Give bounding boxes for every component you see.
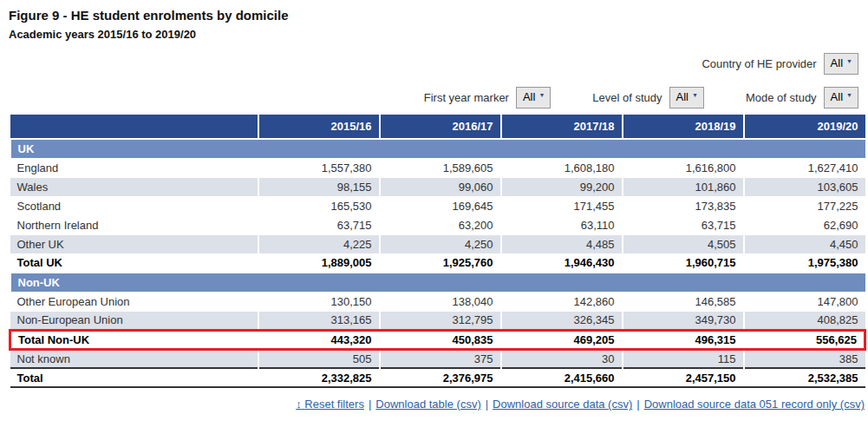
chevron-down-icon: ▼	[846, 58, 852, 64]
row-label: Scotland	[10, 196, 258, 215]
value-cell: 505	[258, 349, 380, 368]
value-cell: 147,800	[744, 292, 865, 311]
filter-row-2: First year marker All ▼ Level of study A…	[0, 86, 868, 109]
table-row: Other European Union130,150138,040142,86…	[10, 292, 865, 311]
value-cell: 556,625	[744, 330, 865, 349]
value-cell: 1,589,605	[380, 158, 501, 177]
reset-filters-label: Reset filters	[304, 398, 364, 411]
value-cell: 4,450	[744, 234, 865, 253]
row-label: Non-European Union	[10, 311, 258, 330]
page: Figure 9 - HE student enrolments by domi…	[0, 0, 868, 421]
mode-dropdown[interactable]: All ▼	[824, 87, 858, 109]
value-cell: 312,795	[380, 311, 501, 330]
table-row: Total2,332,8252,376,9752,415,6602,457,15…	[10, 368, 865, 387]
level-dropdown[interactable]: All ▼	[669, 87, 704, 109]
reset-filters-link[interactable]: ↕ Reset filters	[296, 398, 364, 411]
reset-filters-icon: ↕	[296, 398, 302, 411]
value-cell: 385	[744, 349, 865, 368]
row-label: Total UK	[10, 253, 258, 273]
value-cell: 1,627,410	[744, 158, 865, 177]
value-cell: 2,415,660	[501, 368, 623, 387]
table-row: Total Non-UK443,320450,835469,205496,315…	[10, 330, 865, 349]
table-header: 2015/16 2016/17 2017/18 2018/19 2019/20	[10, 115, 865, 139]
section-label: UK	[10, 139, 865, 158]
value-cell: 62,690	[744, 215, 865, 234]
value-cell: 375	[380, 349, 501, 368]
filter-level-of-study: Level of study All ▼	[592, 87, 704, 109]
table-row: England1,557,3801,589,6051,608,1801,616,…	[10, 158, 865, 177]
section-header-row: UK	[10, 139, 865, 158]
first-year-dropdown[interactable]: All ▼	[516, 87, 551, 109]
column-header: 2016/17	[380, 115, 501, 139]
value-cell: 138,040	[380, 292, 501, 311]
value-cell: 165,530	[258, 196, 380, 215]
value-cell: 142,860	[501, 292, 623, 311]
table-row: Wales98,15599,06099,200101,860103,605	[10, 177, 865, 196]
value-cell: 1,889,005	[258, 253, 380, 273]
value-cell: 1,975,380	[744, 253, 865, 273]
enrolments-table: 2015/16 2016/17 2017/18 2018/19 2019/20 …	[9, 115, 866, 388]
value-cell: 1,960,715	[623, 253, 744, 273]
country-dropdown[interactable]: All ▼	[824, 53, 858, 75]
value-cell: 171,455	[501, 196, 623, 215]
value-cell: 4,485	[501, 234, 623, 253]
chevron-down-icon: ▼	[692, 92, 698, 98]
value-cell: 2,376,975	[380, 368, 501, 387]
table-row: Not known50537530115385	[10, 349, 865, 368]
value-cell: 4,250	[380, 234, 501, 253]
value-cell: 98,155	[258, 177, 380, 196]
value-cell: 2,532,385	[744, 368, 865, 387]
value-cell: 146,585	[623, 292, 744, 311]
value-cell: 349,730	[623, 311, 744, 330]
value-cell: 30	[501, 349, 623, 368]
value-cell: 115	[623, 349, 744, 368]
chevron-down-icon: ▼	[538, 92, 545, 98]
value-cell: 173,835	[623, 196, 744, 215]
value-cell: 443,320	[258, 330, 380, 349]
section-label: Non-UK	[10, 273, 865, 292]
value-cell: 1,925,760	[380, 253, 501, 273]
row-label: Northern Ireland	[10, 215, 258, 234]
level-dropdown-value: All	[676, 90, 689, 103]
value-cell: 99,200	[501, 177, 623, 196]
filter-label-country: Country of HE provider	[702, 57, 816, 70]
value-cell: 101,860	[623, 177, 744, 196]
value-cell: 169,645	[380, 196, 501, 215]
download-source-data-051-link[interactable]: Download source data 051 record only (cs…	[644, 398, 865, 411]
column-header: 2019/20	[744, 115, 865, 139]
filter-first-year-marker: First year marker All ▼	[424, 87, 551, 109]
value-cell: 63,715	[258, 215, 380, 234]
download-table-link[interactable]: Download table (csv)	[375, 398, 480, 411]
value-cell: 130,150	[258, 292, 380, 311]
value-cell: 2,332,825	[258, 368, 380, 387]
table-row: Non-European Union313,165312,795326,3453…	[10, 311, 865, 330]
first-year-dropdown-value: All	[523, 90, 535, 103]
value-cell: 103,605	[744, 177, 865, 196]
value-cell: 177,225	[744, 196, 865, 215]
row-label: Other European Union	[10, 292, 258, 311]
value-cell: 99,060	[380, 177, 501, 196]
value-cell: 469,205	[501, 330, 623, 349]
mode-dropdown-value: All	[831, 90, 843, 103]
value-cell: 63,200	[380, 215, 501, 234]
row-label: Total Non-UK	[10, 330, 258, 349]
page-title: Figure 9 - HE student enrolments by domi…	[0, 0, 868, 23]
row-label: Total	[10, 368, 258, 387]
column-header: 2018/19	[623, 115, 744, 139]
table-row: Scotland165,530169,645171,455173,835177,…	[10, 196, 865, 215]
value-cell: 1,946,430	[501, 253, 623, 273]
link-separator: |	[636, 398, 639, 411]
filter-country-of-he-provider: Country of HE provider All ▼	[702, 53, 858, 75]
download-source-data-link[interactable]: Download source data (csv)	[493, 398, 632, 411]
value-cell: 2,457,150	[623, 368, 744, 387]
link-separator: |	[486, 398, 488, 411]
table-row: Total UK1,889,0051,925,7601,946,4301,960…	[10, 253, 865, 273]
header-row: 2015/16 2016/17 2017/18 2018/19 2019/20	[10, 115, 865, 139]
filter-mode-of-study: Mode of study All ▼	[746, 87, 858, 109]
value-cell: 63,715	[623, 215, 744, 234]
row-label: Not known	[10, 349, 258, 368]
filter-label-first-year: First year marker	[424, 91, 509, 104]
row-label: Other UK	[10, 234, 258, 253]
chevron-down-icon: ▼	[846, 92, 852, 98]
value-cell: 4,225	[258, 234, 380, 253]
